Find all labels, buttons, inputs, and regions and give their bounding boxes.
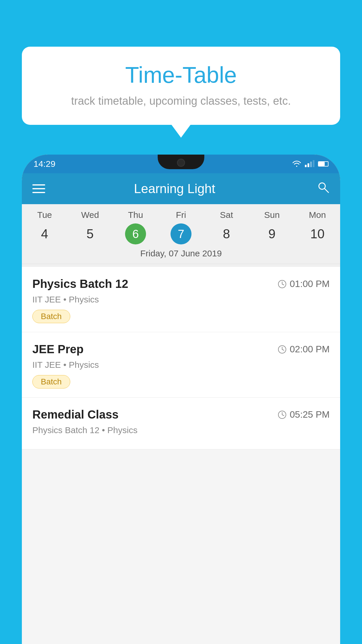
class-item-1[interactable]: Physics Batch 12 01:00 PM IIT JEE • Phys… xyxy=(22,267,340,332)
class-time-3: 05:25 PM xyxy=(277,409,330,420)
clock-icon-2 xyxy=(277,345,287,354)
calendar-strip: Tue Wed Thu Fri Sat Sun Mon 4 5 6 7 8 9 … xyxy=(22,204,340,267)
svg-line-4 xyxy=(282,284,284,285)
class-name-1: Physics Batch 12 xyxy=(32,277,128,290)
status-time: 14:29 xyxy=(34,159,55,169)
day-sun: Sun xyxy=(249,210,295,220)
svg-line-10 xyxy=(282,415,284,416)
status-icons xyxy=(292,160,328,167)
search-button[interactable] xyxy=(317,181,330,197)
tooltip-subtitle: track timetable, upcoming classes, tests… xyxy=(39,95,323,107)
phone-screen: 14:29 xyxy=(22,155,340,644)
signal-icon xyxy=(305,161,314,167)
clock-icon-1 xyxy=(277,279,287,289)
class-header-2: JEE Prep 02:00 PM xyxy=(32,343,330,356)
phone-notch xyxy=(158,155,204,169)
tooltip-title: Time-Table xyxy=(39,63,323,88)
class-time-2: 02:00 PM xyxy=(277,344,330,355)
batch-badge-1: Batch xyxy=(32,310,70,323)
calendar-day-8[interactable]: 8 xyxy=(204,224,249,244)
app-title: Learning Light xyxy=(54,181,295,196)
calendar-day-10[interactable]: 10 xyxy=(295,224,340,244)
day-thu: Thu xyxy=(113,210,158,220)
app-bar: Learning Light xyxy=(22,173,340,204)
class-item-3[interactable]: Remedial Class 05:25 PM Physics Batch 12… xyxy=(22,398,340,449)
class-name-3: Remedial Class xyxy=(32,408,119,421)
calendar-day-5[interactable]: 5 xyxy=(67,224,113,244)
selected-date: Friday, 07 June 2019 xyxy=(22,244,340,264)
clock-icon-3 xyxy=(277,410,287,419)
day-wed: Wed xyxy=(67,210,113,220)
batch-badge-2: Batch xyxy=(32,375,70,388)
class-name-2: JEE Prep xyxy=(32,343,84,356)
calendar-day-7-selected[interactable]: 7 xyxy=(171,223,191,244)
day-sat: Sat xyxy=(204,210,249,220)
battery-icon xyxy=(318,161,328,167)
class-time-1: 01:00 PM xyxy=(277,279,330,289)
tooltip-card: Time-Table track timetable, upcoming cla… xyxy=(22,47,340,125)
svg-line-7 xyxy=(282,349,284,350)
calendar-day-9[interactable]: 9 xyxy=(249,224,295,244)
class-item-2[interactable]: JEE Prep 02:00 PM IIT JEE • Physics Batc… xyxy=(22,332,340,398)
class-list: Physics Batch 12 01:00 PM IIT JEE • Phys… xyxy=(22,267,340,449)
day-fri: Fri xyxy=(158,210,204,220)
svg-point-0 xyxy=(319,183,325,189)
day-mon: Mon xyxy=(295,210,340,220)
day-tue: Tue xyxy=(22,210,67,220)
class-subject-1: IIT JEE • Physics xyxy=(32,295,330,304)
day-numbers-row: 4 5 6 7 8 9 10 xyxy=(22,223,340,244)
phone-frame: 14:29 xyxy=(22,155,340,644)
front-camera xyxy=(177,159,185,167)
wifi-icon xyxy=(292,160,301,167)
class-subject-3: Physics Batch 12 • Physics xyxy=(32,425,330,435)
class-subject-2: IIT JEE • Physics xyxy=(32,360,330,370)
calendar-day-6-today[interactable]: 6 xyxy=(125,223,146,244)
class-header-1: Physics Batch 12 01:00 PM xyxy=(32,277,330,290)
svg-line-1 xyxy=(325,189,328,192)
menu-button[interactable] xyxy=(32,184,45,193)
class-header-3: Remedial Class 05:25 PM xyxy=(32,408,330,421)
calendar-day-4[interactable]: 4 xyxy=(22,224,67,244)
day-names-row: Tue Wed Thu Fri Sat Sun Mon xyxy=(22,210,340,220)
